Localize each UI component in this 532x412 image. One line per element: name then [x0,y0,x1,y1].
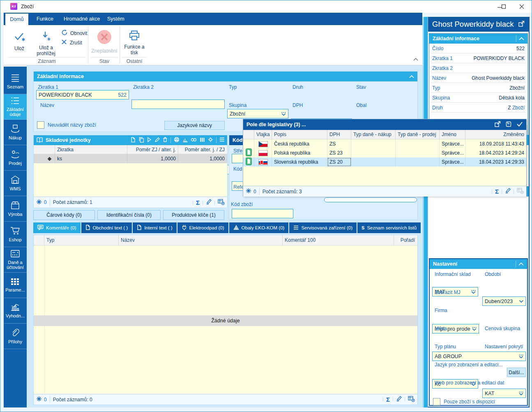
sum-icon[interactable]: Σ [495,188,499,195]
sidebar-item-eshop[interactable]: Eshop [4,222,27,247]
snowflake-icon[interactable] [36,199,42,206]
sidebar-item-dane-a-uctovani[interactable]: Daně a účtování [4,247,27,273]
gears-icon[interactable] [191,137,197,144]
cenova-select[interactable]: KAT [482,389,526,398]
popup-external-icon[interactable] [495,121,501,128]
tab-funkce[interactable]: Funkce [33,13,57,25]
menu-icon[interactable] [219,137,225,143]
popup-pin-icon[interactable] [506,121,511,128]
typ-select[interactable]: Zbožní [227,109,288,118]
identification-numbers-button[interactable]: Identifikační čísla (0) [97,210,161,220]
legislation-row-sk[interactable]: Slovenská republika ZS 20 Správce... 18.… [243,157,526,167]
chevron-down-icon[interactable] [519,300,524,303]
druh-link[interactable]: Zboží [512,105,525,111]
dropdown-icon[interactable] [281,112,286,116]
barcodes-button[interactable]: Čárové kódy (0) [33,210,95,220]
save-view-icon [40,31,52,44]
application-window: K2 Zboží Domů Funkce Hromadné akce Systé… [0,0,532,412]
dph-label: DPH [292,102,303,108]
sidebar-item-wms[interactable]: WMS [4,171,27,196]
collapse-icon[interactable] [518,261,524,267]
edit-icon[interactable] [154,137,160,144]
dropdown-icon[interactable] [471,290,476,294]
tab-hromadne-akce[interactable]: Hromadné akce [60,13,103,25]
reference-field[interactable] [232,209,293,218]
add-table-icon[interactable] [408,396,415,403]
dispozice-checkbox[interactable]: Pouze zboží s dispozici [433,398,495,405]
detail-list-icon [10,97,20,106]
checkbox-icon[interactable] [37,121,44,129]
snowflake-icon[interactable] [36,396,42,403]
sidebar-item-vyhodnoceni[interactable]: Vyhodn... [4,298,27,324]
tab-elektroodpad[interactable]: Elektroodpad (0) [177,222,228,233]
zkratka2-field[interactable] [131,100,225,109]
sum-icon[interactable]: Σ [196,199,200,206]
play-icon[interactable] [147,137,152,144]
obdobi-select[interactable]: Duben/2023 [482,296,526,306]
sidebar-item-prilohy[interactable]: Přílohy [4,324,27,349]
analytics-icon [10,303,21,312]
edit-pencil-icon[interactable] [396,396,402,403]
sum-icon[interactable]: Σ [386,396,390,403]
chart-icon[interactable] [182,137,188,144]
print-icon[interactable] [174,137,180,144]
dalsi-button[interactable]: Další... [507,368,526,377]
cancel-button[interactable]: Zrušit [61,39,82,46]
copy-icon[interactable] [138,137,144,144]
sidebar-item-vyroba[interactable]: Výroba [4,196,27,222]
language-names-button[interactable]: Jazykové názvy [164,121,225,130]
legislation-row-pl[interactable]: Polská republika ZS 23 Správce... 18.04.… [243,148,526,157]
basic-info-header[interactable]: Základní informace [34,72,417,81]
delete-icon[interactable] [163,137,168,144]
panel-splitter[interactable] [423,17,428,407]
settings-card: Nastavení Informační sklad MAT Období Du… [429,258,528,406]
plug-icon [182,225,187,231]
open-external-icon[interactable] [518,21,525,28]
ribbon-collapse-icon[interactable] [413,55,418,62]
save-button[interactable]: Ulož [8,28,31,57]
dropdown-icon[interactable] [518,391,524,396]
right-basic-info-header[interactable]: Základní informace [429,34,527,44]
firma-select[interactable]: AB GROUP [432,352,526,361]
stock-units-row[interactable]: ks 1,0000 1,0000 [34,154,227,163]
popup-confirm-icon[interactable] [516,121,523,128]
tab-seznam-servisnich-listu[interactable]: S Seznam servisních listů [357,222,421,233]
dropdown-icon[interactable] [518,354,524,359]
edit-pencil-icon[interactable] [206,199,212,206]
columns-icon[interactable] [200,137,205,144]
snowflake-icon[interactable] [246,188,251,195]
sidebar-item-nakup[interactable]: Nákup [4,120,27,145]
settings-header[interactable]: Nastavení [430,259,527,269]
sidebar-item-zakladni-udaje[interactable]: Základní údaje [4,94,27,120]
tab-interni-text[interactable]: Interní text ( ) [133,222,176,233]
maximize-button[interactable] [495,1,513,12]
tab-obchodni-text[interactable]: Obchodní text ( ) [81,222,132,233]
zkratka1-field[interactable]: POWERKIDDY BLACK 522 [36,90,129,100]
collapse-icon[interactable] [519,36,524,42]
popup-titlebar[interactable]: Pole dle legislativy (3) ... [243,119,526,130]
tab-obaly-eko-kom[interactable]: Obaly EKO-KOM (0) [229,222,289,233]
tab-servisovana-zarizeni[interactable]: Servisovaná zařízení (0) [289,222,357,233]
new-record-icon[interactable] [131,137,136,144]
checkbox-icon[interactable] [433,398,440,405]
close-button[interactable] [513,1,531,12]
dropdown-icon[interactable] [472,327,477,331]
settings-gear-icon[interactable] [208,137,213,144]
add-table-icon[interactable] [218,199,225,206]
tab-system[interactable]: Systém [104,13,128,25]
product-keys-button[interactable]: Produktové klíče (1) [163,210,224,220]
collapse-icon[interactable] [409,74,414,79]
save-icon [13,31,26,44]
tab-komentare[interactable]: Komentáře (0) [33,222,81,233]
sidebar-item-seznam[interactable]: Seznam [4,69,27,94]
edit-pencil-icon[interactable] [505,188,511,195]
tab-domu[interactable]: Domů [5,14,28,25]
refresh-button[interactable]: Obnovit [61,29,87,37]
codes-scrollbar[interactable] [324,197,417,202]
pokryti-label: Nastavení pokrytí [485,344,523,350]
sidebar-item-prodej[interactable]: Prodej [4,145,27,171]
legislation-row-cz[interactable]: Česká republika ZS Správce... 18.09.2018… [243,139,526,148]
no-names-checkbox[interactable]: Neuvádět názvy zboží [37,121,96,129]
plan-label: Typ plánu [435,344,456,350]
sidebar-item-parametry[interactable]: Parame... [4,273,27,298]
